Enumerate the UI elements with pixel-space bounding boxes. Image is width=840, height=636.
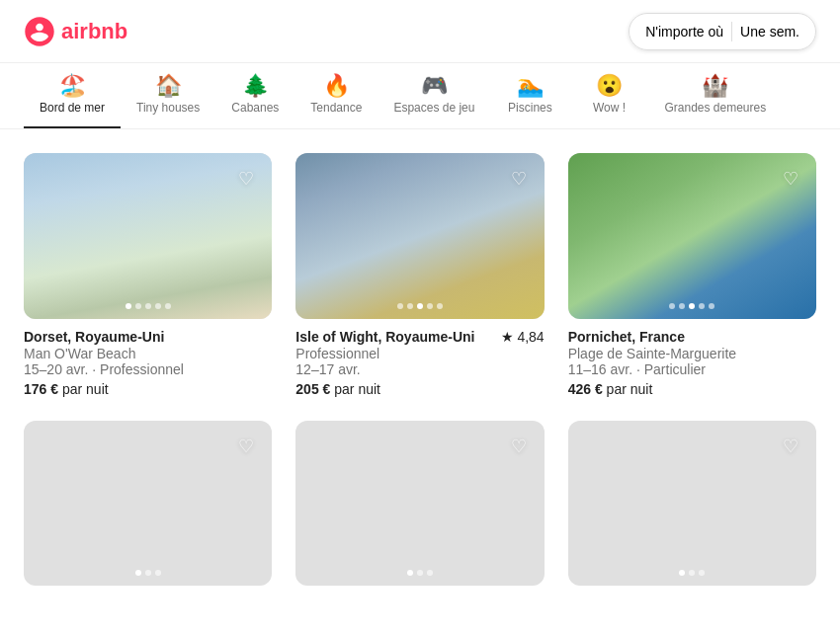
cat-label-tendance: Tendance <box>310 101 362 115</box>
dot <box>427 570 433 576</box>
dot <box>135 303 141 309</box>
category-item-grandes-demeures[interactable]: 🏰 Grandes demeures <box>648 63 782 128</box>
category-item-bord-de-mer[interactable]: 🏖️ Bord de mer <box>24 63 121 128</box>
cat-label-grandes-demeures: Grandes demeures <box>664 101 766 115</box>
listing-heart-button[interactable]: ♡ <box>232 165 260 193</box>
listing-rating: ★ 4,84 <box>501 329 544 345</box>
listing-image-wrap: ♡ <box>24 153 272 319</box>
listing-image-wrap: ♡ <box>568 153 816 319</box>
header: airbnb N'importe où Une sem. <box>0 0 840 63</box>
dot <box>397 303 403 309</box>
dot <box>417 570 423 576</box>
listing-price: 176 € par nuit <box>24 381 272 397</box>
star-icon: ★ <box>501 329 514 345</box>
dot <box>679 570 685 576</box>
listing-title-row: Dorset, Royaume-Uni <box>24 329 272 345</box>
logo-text: airbnb <box>61 19 127 44</box>
cat-label-bord-de-mer: Bord de mer <box>40 101 105 115</box>
listing-title-row: Pornichet, France <box>568 329 816 345</box>
header-right: N'importe où Une sem. <box>629 13 816 50</box>
listing-dots <box>407 570 433 576</box>
category-nav: 🏖️ Bord de mer 🏠 Tiny houses 🌲 Cabanes 🔥… <box>0 63 840 129</box>
dot <box>427 303 433 309</box>
listing-dates: 15–20 avr. · Professionnel <box>24 361 272 377</box>
pill-divider <box>731 22 732 41</box>
cat-icon-grandes-demeures: 🏰 <box>702 75 728 97</box>
listing-card-1[interactable]: ♡ Dorset, Royaume-Uni Man O'War Beach 15… <box>24 153 272 397</box>
dot <box>155 303 161 309</box>
listing-dots <box>669 303 714 309</box>
dot <box>135 570 141 576</box>
dot <box>145 570 151 576</box>
listing-dots <box>679 570 705 576</box>
search-dates: Une sem. <box>740 24 799 40</box>
cat-icon-cabanes: 🌲 <box>242 75 269 97</box>
dot <box>407 570 413 576</box>
listing-image-wrap: ♡ <box>295 421 544 587</box>
listing-heart-button[interactable]: ♡ <box>505 433 533 460</box>
listing-heart-button[interactable]: ♡ <box>505 165 533 193</box>
listing-info: Dorset, Royaume-Uni Man O'War Beach 15–2… <box>24 329 272 397</box>
dot <box>437 303 443 309</box>
listing-location: Isle of Wight, Royaume-Uni <box>295 329 474 345</box>
listing-card-2[interactable]: ♡ Isle of Wight, Royaume-Uni ★ 4,84 Prof… <box>295 153 544 397</box>
cat-icon-bord-de-mer: 🏖️ <box>59 75 86 97</box>
listing-card-4[interactable]: ♡ <box>24 421 272 596</box>
search-location: N'importe où <box>645 24 723 40</box>
search-pill[interactable]: N'importe où Une sem. <box>629 13 816 50</box>
dot <box>699 570 705 576</box>
listing-dots <box>397 303 443 309</box>
dot <box>126 303 131 309</box>
listing-image-wrap: ♡ <box>295 153 544 319</box>
cat-label-cabanes: Cabanes <box>231 101 279 115</box>
dot <box>417 303 423 309</box>
dot <box>689 570 695 576</box>
listing-dots <box>135 570 161 576</box>
listing-card-6[interactable]: ♡ <box>568 421 816 596</box>
dot <box>669 303 675 309</box>
cat-icon-tendance: 🔥 <box>323 75 350 97</box>
listing-price-amount: 426 € <box>568 381 603 397</box>
listing-host: Man O'War Beach <box>24 346 272 361</box>
listing-info: Isle of Wight, Royaume-Uni ★ 4,84 Profes… <box>295 329 544 397</box>
listing-info: Pornichet, France Plage de Sainte-Margue… <box>568 329 816 397</box>
category-item-tiny-houses[interactable]: 🏠 Tiny houses <box>121 63 215 128</box>
dot <box>407 303 413 309</box>
cat-label-tiny-houses: Tiny houses <box>136 101 200 115</box>
listing-image-wrap: ♡ <box>568 421 816 587</box>
cat-label-wow: Wow ! <box>593 101 626 115</box>
listing-dates: 11–16 avr. · Particulier <box>568 361 816 377</box>
category-item-espaces-de-jeu[interactable]: 🎮 Espaces de jeu <box>378 63 490 128</box>
dot <box>709 303 714 309</box>
category-item-wow[interactable]: 😮 Wow ! <box>569 63 648 128</box>
dot <box>145 303 151 309</box>
dot <box>679 303 685 309</box>
dot <box>689 303 695 309</box>
listing-host: Plage de Sainte-Marguerite <box>568 346 816 361</box>
category-item-piscines[interactable]: 🏊 Piscines <box>490 63 569 128</box>
cat-icon-wow: 😮 <box>596 75 623 97</box>
category-item-tendance[interactable]: 🔥 Tendance <box>294 63 378 128</box>
cat-icon-tiny-houses: 🏠 <box>155 75 182 97</box>
listing-heart-button[interactable]: ♡ <box>777 165 804 193</box>
listing-price-amount: 176 € <box>24 381 58 397</box>
listing-image-wrap: ♡ <box>24 421 272 587</box>
listing-heart-button[interactable]: ♡ <box>777 433 804 460</box>
listing-price-label: par nuit <box>62 381 109 397</box>
airbnb-logo-icon <box>24 16 55 47</box>
listing-card-3[interactable]: ♡ Pornichet, France Plage de Sainte-Marg… <box>568 153 816 397</box>
listings-grid: ♡ Dorset, Royaume-Uni Man O'War Beach 15… <box>0 129 840 619</box>
listing-price-label: par nuit <box>334 381 380 397</box>
dot <box>155 570 161 576</box>
listing-price: 426 € par nuit <box>568 381 816 397</box>
listing-location: Dorset, Royaume-Uni <box>24 329 164 345</box>
listing-card-5[interactable]: ♡ <box>295 421 544 596</box>
listing-location: Pornichet, France <box>568 329 685 345</box>
dot <box>165 303 171 309</box>
dot <box>699 303 705 309</box>
logo[interactable]: airbnb <box>24 16 127 47</box>
cat-label-piscines: Piscines <box>508 101 552 115</box>
listing-host: Professionnel <box>295 346 544 361</box>
category-item-cabanes[interactable]: 🌲 Cabanes <box>215 63 294 128</box>
listing-heart-button[interactable]: ♡ <box>232 433 260 460</box>
